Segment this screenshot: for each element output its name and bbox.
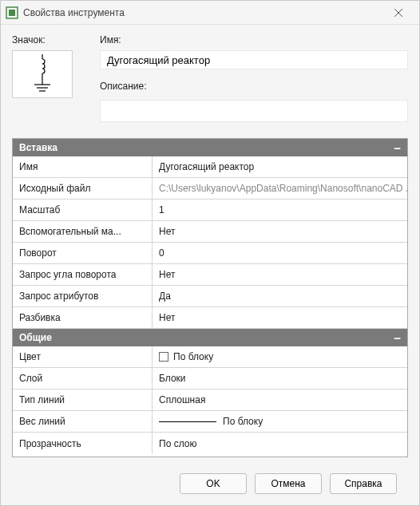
prop-value[interactable]: Да (153, 286, 407, 306)
cancel-button[interactable]: Отмена (255, 473, 322, 494)
icon-label: Значок: (12, 34, 84, 45)
prop-value[interactable]: Нет (153, 264, 407, 285)
prop-label: Исходный файл (13, 178, 153, 199)
dialog-title: Свойства инструмента (23, 7, 384, 18)
prop-value[interactable]: По слою (153, 433, 407, 454)
app-icon (6, 6, 18, 19)
section-header-general[interactable]: Общие − (13, 329, 407, 346)
prop-value[interactable]: C:\Users\lukyanov\AppData\Roaming\Nanoso… (153, 178, 407, 199)
prop-value[interactable]: 1 (153, 200, 407, 220)
ok-button[interactable]: OK (180, 473, 247, 494)
prop-row-linetype[interactable]: Тип линий Сплошная (13, 389, 407, 411)
icon-column: Значок: (12, 34, 84, 122)
prop-label: Слой (13, 368, 153, 389)
prop-value[interactable]: Нет (153, 221, 407, 242)
tool-properties-dialog: Свойства инструмента Значок: (0, 0, 420, 506)
prop-value[interactable]: Дугогасящий реактор (153, 156, 407, 177)
prop-label: Поворот (13, 243, 153, 263)
prop-label: Вспомогательный ма... (13, 221, 153, 242)
prop-label: Тип линий (13, 389, 153, 410)
prop-value-color[interactable]: По блоку (153, 346, 407, 367)
prop-label: Прозрачность (13, 433, 153, 454)
prop-value-text: По блоку (173, 351, 213, 362)
dialog-buttons: OK Отмена Справка (12, 462, 408, 505)
prop-row-lineweight[interactable]: Вес линий По блоку (13, 411, 407, 433)
top-row: Значок: Имя: Описание: (12, 34, 408, 122)
titlebar: Свойства инструмента (1, 1, 419, 25)
collapse-icon: − (394, 142, 401, 154)
prop-row-layer[interactable]: Слой Блоки (13, 368, 407, 389)
description-input[interactable] (100, 100, 408, 122)
name-input[interactable] (100, 50, 408, 69)
prop-value[interactable]: Нет (153, 307, 407, 328)
prop-label: Вес линий (13, 411, 153, 432)
name-label: Имя: (100, 34, 408, 45)
name-column: Имя: Описание: (100, 34, 408, 122)
prop-row-source[interactable]: Исходный файл C:\Users\lukyanov\AppData\… (13, 178, 407, 200)
prop-row-name[interactable]: Имя Дугогасящий реактор (13, 156, 407, 178)
prop-value[interactable]: Сплошная (153, 389, 407, 410)
prop-row-scale[interactable]: Масштаб 1 (13, 200, 407, 221)
prop-row-transparency[interactable]: Прозрачность По слою (13, 433, 407, 454)
prop-value-text: По блоку (223, 416, 263, 427)
prop-row-ask-attrs[interactable]: Запрос атрибутов Да (13, 286, 407, 307)
icon-preview[interactable] (12, 50, 73, 98)
properties-panel: Вставка − Имя Дугогасящий реактор Исходн… (12, 138, 408, 457)
prop-value[interactable]: 0 (153, 243, 407, 263)
prop-label: Цвет (13, 346, 153, 367)
section-title-insert: Вставка (19, 142, 57, 153)
prop-label: Запрос угла поворота (13, 264, 153, 285)
prop-label: Запрос атрибутов (13, 286, 153, 306)
prop-row-ask-rotation[interactable]: Запрос угла поворота Нет (13, 264, 407, 286)
prop-row-color[interactable]: Цвет По блоку (13, 346, 407, 368)
prop-row-aux-scale[interactable]: Вспомогательный ма... Нет (13, 221, 407, 243)
svg-rect-1 (9, 10, 15, 16)
section-title-general: Общие (19, 332, 52, 343)
prop-label: Разбивка (13, 307, 153, 328)
prop-label: Масштаб (13, 200, 153, 220)
section-header-insert[interactable]: Вставка − (13, 139, 407, 156)
collapse-icon: − (394, 332, 401, 344)
close-button[interactable] (384, 3, 413, 22)
dialog-content: Значок: Имя: Описание: (1, 25, 419, 505)
help-button[interactable]: Справка (330, 473, 397, 494)
prop-row-explode[interactable]: Разбивка Нет (13, 307, 407, 329)
lineweight-sample-icon (159, 421, 216, 422)
prop-value[interactable]: Блоки (153, 368, 407, 389)
prop-value-lineweight[interactable]: По блоку (153, 411, 407, 432)
prop-row-rotation[interactable]: Поворот 0 (13, 243, 407, 264)
color-swatch-icon (159, 352, 168, 362)
prop-label: Имя (13, 156, 153, 177)
description-label: Описание: (100, 81, 408, 92)
